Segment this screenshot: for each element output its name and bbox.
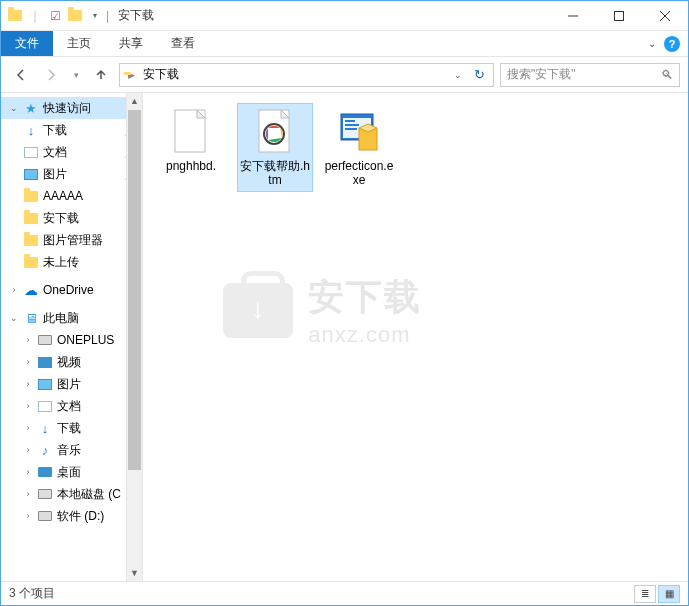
sidebar-item-downloads[interactable]: ↓ 下载 📌 — [1, 119, 142, 141]
sidebar-item-label: 图片管理器 — [43, 232, 103, 249]
sidebar-item-label: OneDrive — [43, 283, 94, 297]
file-item[interactable]: 安下载帮助.htm — [237, 103, 313, 192]
desktop-icon — [37, 464, 53, 480]
details-view-button[interactable]: ≣ — [634, 585, 656, 603]
sidebar-item-pictures[interactable]: 图片 📌 — [1, 163, 142, 185]
titlebar: | ☑ ▾ | 安下载 — [1, 1, 688, 31]
file-item[interactable]: pnghhbd. — [153, 103, 229, 178]
device-icon — [37, 332, 53, 348]
sidebar-item-folder[interactable]: AAAAA — [1, 185, 142, 207]
tab-home[interactable]: 主页 — [53, 31, 105, 56]
icons-view-button[interactable]: ▦ — [658, 585, 680, 603]
sidebar-item-folder[interactable]: 图片管理器 — [1, 229, 142, 251]
expand-icon[interactable]: › — [23, 489, 33, 499]
sidebar-quick-access[interactable]: ⌄ ★ 快速访问 — [1, 97, 142, 119]
expand-icon[interactable]: › — [23, 511, 33, 521]
folder-icon — [67, 8, 83, 24]
address-bar[interactable]: ▶ 安下载 ⌄ ↻ — [119, 63, 494, 87]
minimize-button[interactable] — [550, 1, 596, 30]
nav-back-button[interactable] — [9, 63, 33, 87]
file-name: perfecticon.exe — [324, 159, 394, 187]
scrollbar-thumb[interactable] — [128, 110, 141, 470]
folder-icon — [23, 232, 39, 248]
scroll-down-icon[interactable]: ▼ — [127, 565, 142, 581]
sidebar-this-pc[interactable]: ⌄ 🖥 此电脑 — [1, 307, 142, 329]
expand-ribbon-icon[interactable]: ⌄ — [648, 38, 656, 49]
sidebar-item-label: 视频 — [57, 354, 81, 371]
watermark-text-en: anxz.com — [308, 322, 422, 348]
search-input[interactable]: 搜索"安下载" 🔍︎ — [500, 63, 680, 87]
checkbox-icon[interactable]: ☑ — [47, 8, 63, 24]
file-view[interactable]: pnghhbd. 安下载帮助.htm — [143, 93, 688, 581]
sidebar-item-label: 下载 — [43, 122, 67, 139]
maximize-button[interactable] — [596, 1, 642, 30]
arrow-left-icon — [13, 67, 29, 83]
help-button[interactable]: ? — [664, 36, 680, 52]
expand-icon[interactable]: › — [23, 445, 33, 455]
sidebar-item-pictures[interactable]: › 图片 — [1, 373, 142, 395]
close-button[interactable] — [642, 1, 688, 30]
file-icon — [167, 108, 215, 156]
navigation-pane[interactable]: ⌄ ★ 快速访问 ↓ 下载 📌 文档 📌 图片 📌 AAAAA — [1, 93, 143, 581]
tab-file[interactable]: 文件 — [1, 31, 53, 56]
expand-icon[interactable]: › — [23, 379, 33, 389]
sidebar-item-label: 下载 — [57, 420, 81, 437]
ribbon-right: ⌄ ? — [648, 31, 688, 56]
collapse-icon[interactable]: ⌄ — [9, 103, 19, 113]
sidebar-item-folder[interactable]: 未上传 — [1, 251, 142, 273]
expand-icon[interactable]: › — [23, 357, 33, 367]
expand-icon[interactable]: › — [23, 467, 33, 477]
sidebar-item-label: 图片 — [57, 376, 81, 393]
sidebar-item-downloads[interactable]: › ↓ 下载 — [1, 417, 142, 439]
quick-access-toolbar: | ☑ ▾ — [1, 8, 103, 24]
sidebar-item-desktop[interactable]: › 桌面 — [1, 461, 142, 483]
sidebar-item-label: 桌面 — [57, 464, 81, 481]
sidebar-onedrive[interactable]: › ☁ OneDrive — [1, 279, 142, 301]
sidebar-scrollbar[interactable]: ▲ ▼ — [126, 93, 142, 581]
explorer-window: | ☑ ▾ | 安下载 文件 主页 共享 查看 ⌄ ? — [0, 0, 689, 606]
nav-forward-button[interactable] — [39, 63, 63, 87]
navbar: ▾ ▶ 安下载 ⌄ ↻ 搜索"安下载" 🔍︎ — [1, 57, 688, 93]
sidebar-item-music[interactable]: › ♪ 音乐 — [1, 439, 142, 461]
svg-rect-1 — [615, 11, 624, 20]
tab-share[interactable]: 共享 — [105, 31, 157, 56]
sidebar-item-label: AAAAA — [43, 189, 83, 203]
folder-icon — [23, 254, 39, 270]
file-name: 安下载帮助.htm — [240, 159, 310, 187]
expand-icon[interactable]: › — [9, 285, 19, 295]
nav-recent-button[interactable]: ▾ — [69, 63, 83, 87]
sidebar-item-videos[interactable]: › 视频 — [1, 351, 142, 373]
sidebar-item-label: 本地磁盘 (C — [57, 486, 121, 503]
breadcrumb-item[interactable]: 安下载 — [139, 66, 183, 83]
statusbar: 3 个项目 ≣ ▦ — [1, 581, 688, 605]
scroll-up-icon[interactable]: ▲ — [127, 93, 142, 109]
sidebar-item-label: 文档 — [43, 144, 67, 161]
refresh-button[interactable]: ↻ — [470, 67, 489, 82]
tab-view[interactable]: 查看 — [157, 31, 209, 56]
picture-icon — [37, 376, 53, 392]
download-icon: ↓ — [37, 420, 53, 436]
window-title: 安下载 — [118, 7, 154, 24]
sidebar-item-disk[interactable]: › 本地磁盘 (C — [1, 483, 142, 505]
expand-icon[interactable]: › — [23, 335, 33, 345]
address-dropdown-icon[interactable]: ⌄ — [450, 70, 466, 80]
sidebar-item-documents[interactable]: 文档 📌 — [1, 141, 142, 163]
view-switcher: ≣ ▦ — [634, 585, 680, 603]
sidebar-item-folder[interactable]: 安下载 — [1, 207, 142, 229]
sidebar-item-documents[interactable]: › 文档 — [1, 395, 142, 417]
sidebar-item-disk[interactable]: › 软件 (D:) — [1, 505, 142, 527]
file-item[interactable]: perfecticon.exe — [321, 103, 397, 192]
nav-up-button[interactable] — [89, 63, 113, 87]
ribbon: 文件 主页 共享 查看 ⌄ ? — [1, 31, 688, 57]
search-icon: 🔍︎ — [661, 68, 673, 82]
expand-icon[interactable]: › — [23, 401, 33, 411]
close-icon — [660, 11, 670, 21]
body: ⌄ ★ 快速访问 ↓ 下载 📌 文档 📌 图片 📌 AAAAA — [1, 93, 688, 581]
collapse-icon[interactable]: ⌄ — [9, 313, 19, 323]
computer-icon: 🖥 — [23, 310, 39, 326]
expand-icon[interactable]: › — [23, 423, 33, 433]
qat-dropdown-icon[interactable]: ▾ — [87, 8, 103, 24]
picture-icon — [23, 166, 39, 182]
music-icon: ♪ — [37, 442, 53, 458]
sidebar-item-device[interactable]: › ONEPLUS — [1, 329, 142, 351]
